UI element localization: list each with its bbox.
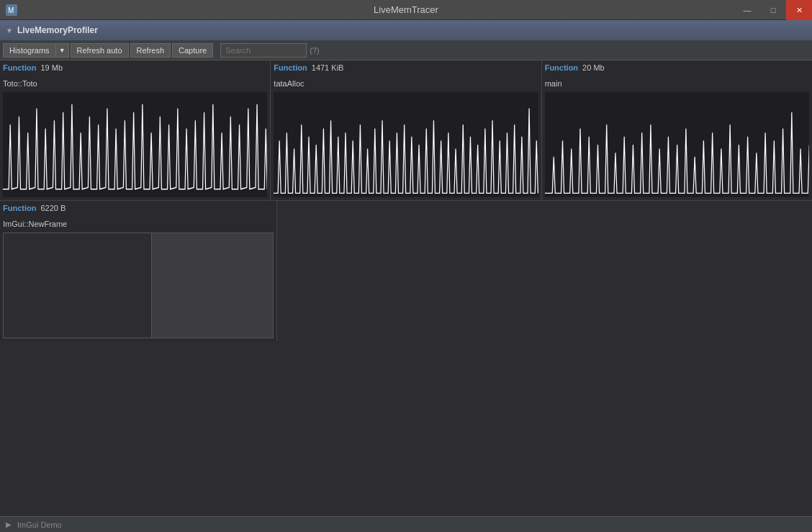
status-bar: ▶ ImGui Demo [0, 516, 812, 532]
refresh-button[interactable]: Refresh [130, 43, 171, 58]
histogram-panel-3: Function 20 Mb main [542, 60, 812, 200]
histogram-panel-2: Function 1471 KiB tataAlloc [271, 60, 541, 200]
histograms-button[interactable]: Histograms [3, 43, 55, 58]
status-text: ImGui Demo [17, 520, 62, 529]
block-chart-right [152, 233, 274, 338]
panel-4-block-chart [3, 233, 274, 338]
title-bar: M LiveMemTracer — □ ✕ [0, 0, 812, 20]
svg-text:M: M [8, 6, 14, 14]
histograms-arrow[interactable]: ▼ [55, 43, 69, 58]
panel-2-header: Function 1471 KiB [274, 63, 538, 76]
content: Function 19 Mb Toto::Toto Function 1471 … [0, 60, 812, 516]
panel-4-subtitle: ImGui::NewFrame [3, 220, 274, 230]
histograms-dropdown: Histograms ▼ [3, 43, 69, 58]
panel-2-subtitle: tataAlloc [274, 79, 538, 89]
minimize-button[interactable]: — [734, 0, 760, 20]
histogram-panel-1: Function 19 Mb Toto::Toto [0, 60, 271, 200]
panel-3-chart [545, 92, 809, 197]
toolbar: Histograms ▼ Refresh auto Refresh Captur… [0, 40, 812, 60]
panel-3-function-label: Function [545, 63, 578, 72]
panel-1-value: 19 Mb [40, 63, 63, 72]
window-controls: — □ ✕ [734, 0, 812, 20]
panel-4-value: 6220 B [40, 204, 66, 212]
panel-2-chart [274, 92, 538, 197]
panel-1-header: Function 19 Mb [3, 63, 267, 76]
window-title: LiveMemTracer [374, 4, 438, 15]
play-button[interactable]: ▶ [6, 520, 12, 528]
search-help[interactable]: (?) [310, 46, 319, 55]
collapse-icon[interactable]: ▼ [6, 27, 13, 35]
panel-4-function-label: Function [3, 204, 36, 212]
empty-area [277, 201, 812, 341]
app-title-bar: ▼ LiveMemoryProfiler [0, 20, 812, 40]
panel-2-value: 1471 KiB [312, 63, 344, 72]
histograms-row: Function 19 Mb Toto::Toto Function 1471 … [0, 60, 812, 201]
app-icon: M [6, 4, 17, 16]
search-input[interactable] [220, 43, 307, 58]
close-button[interactable]: ✕ [786, 0, 812, 20]
capture-button[interactable]: Capture [172, 43, 213, 58]
refresh-auto-button[interactable]: Refresh auto [71, 43, 129, 58]
panel-4-header: Function 6220 B [3, 204, 274, 217]
histogram-panel-4: Function 6220 B ImGui::NewFrame [0, 201, 277, 341]
panel-3-value: 20 Mb [582, 63, 605, 72]
maximize-button[interactable]: □ [760, 0, 786, 20]
panel-1-chart [3, 92, 267, 197]
panel-2-function-label: Function [274, 63, 307, 72]
search-box: (?) [220, 43, 319, 58]
histograms-row2: Function 6220 B ImGui::NewFrame [0, 201, 812, 341]
panel-3-subtitle: main [545, 79, 809, 89]
app-container: ▼ LiveMemoryProfiler Histograms ▼ Refres… [0, 20, 812, 516]
panel-1-function-label: Function [3, 63, 36, 72]
panel-1-subtitle: Toto::Toto [3, 79, 267, 89]
panel-3-header: Function 20 Mb [545, 63, 809, 76]
app-title: LiveMemoryProfiler [17, 25, 98, 35]
block-chart-left [3, 233, 152, 338]
